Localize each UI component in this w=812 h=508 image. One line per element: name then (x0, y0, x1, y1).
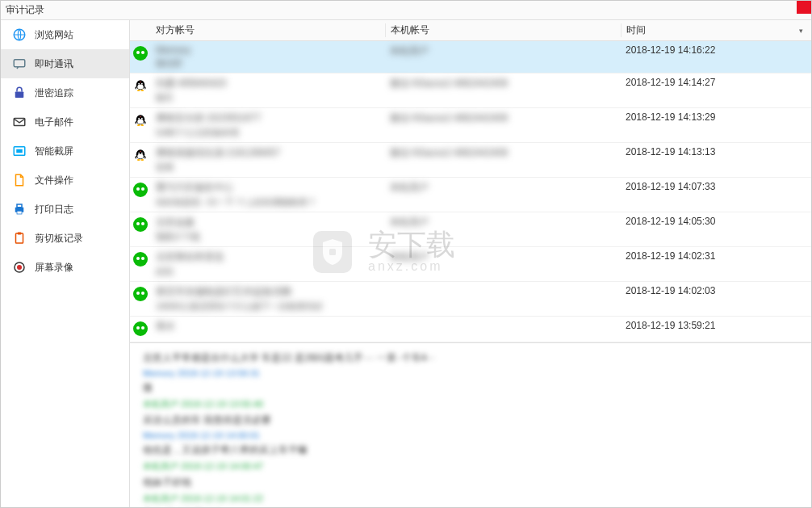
sidebar-item-screenshot[interactable]: 智能截屏 (1, 136, 129, 166)
peer-account: 摩根便捷优生源·2181288457官网 (151, 146, 385, 174)
peer-account: 刘露·495840420聊天 (151, 77, 385, 104)
sidebar-item-label: 剪切板记录 (35, 232, 83, 246)
row-time: 2018-12-19 14:02:03 (621, 285, 811, 296)
svg-point-31 (137, 159, 140, 161)
peer-account: 北世金鑫预图片下载 (151, 216, 385, 243)
svg-rect-9 (16, 233, 23, 243)
svg-point-23 (141, 118, 143, 120)
local-account: 本机用户 (385, 181, 621, 195)
peer-account: 重汽汽车服务中心你好就是想···问一下 个上好的测能检查？ (151, 181, 385, 208)
sidebar-item-label: 屏幕录像 (35, 261, 73, 275)
local-account: 本机用户 (385, 250, 621, 264)
svg-point-30 (141, 153, 143, 154)
sort-descending-icon: ▾ (799, 27, 803, 35)
column-time[interactable]: 时间 ▾ (621, 23, 811, 37)
svg-point-22 (138, 118, 140, 120)
table-row[interactable]: 摩根便捷优生源·2181288457官网微信·NSacos2·466244240… (130, 143, 811, 178)
record-icon (12, 260, 27, 275)
svg-point-32 (140, 159, 144, 161)
window-title: 审计记录 (6, 3, 44, 17)
clipboard-icon (12, 231, 27, 246)
table-row[interactable]: 乘木2018-12-19 13:59:21 (130, 317, 811, 342)
wechat-icon (133, 321, 148, 336)
printer-icon (12, 202, 27, 216)
svg-point-25 (140, 124, 144, 126)
table-row[interactable]: 重汽汽车服务中心你好就是想···问一下 个上好的测能检查？本机用户2018-12… (130, 178, 811, 212)
lock-icon (12, 86, 27, 100)
table-row[interactable]: 北世整幼单变选好的本机用户2018-12-19 14:02:31 (130, 247, 811, 282)
column-peer[interactable]: 对方帐号 (151, 23, 385, 37)
column-local[interactable]: 本机帐号 (385, 23, 621, 37)
peer-account: 黄宏市东编电器灯艺并监验消爽18000公里适宜给个什么做下一次检查尚好 (151, 285, 385, 313)
wechat-icon (133, 217, 148, 232)
local-account: 微信·NSacos2·4662442408 (385, 146, 621, 160)
table-row[interactable]: 摩根安全群·20235519775/8时个公云防御本明微信·NSacos2·46… (130, 108, 811, 143)
file-icon (12, 173, 27, 187)
sidebar-item-chat[interactable]: 即时通讯 (1, 49, 129, 78)
local-account: 微信·NSacos2·4662442408 (385, 111, 621, 125)
svg-rect-7 (17, 204, 22, 208)
row-time: 2018-12-19 14:14:27 (621, 77, 811, 88)
chat-message: 微 (143, 381, 798, 395)
wechat-icon (133, 46, 148, 61)
table-row[interactable]: Memory微信群本机用户2018-12-19 14:16:22 (130, 41, 811, 73)
peer-account: Memory微信群 (151, 44, 385, 69)
sidebar-item-printer[interactable]: 打印日志 (1, 195, 129, 224)
svg-point-16 (141, 83, 143, 85)
svg-point-17 (137, 90, 140, 91)
svg-point-15 (138, 83, 140, 85)
sidebar-item-lock[interactable]: 泄密追踪 (1, 78, 129, 107)
sidebar-item-globe[interactable]: 浏览网站 (1, 20, 129, 49)
sidebar: 浏览网站即时通讯泄密追踪电子邮件智能截屏文件操作打印日志剪切板记录屏幕录像 (1, 20, 130, 507)
sidebar-item-label: 即时通讯 (35, 57, 73, 71)
row-time: 2018-12-19 14:07:33 (621, 181, 811, 192)
sidebar-item-label: 文件操作 (35, 174, 73, 187)
svg-point-29 (138, 153, 140, 154)
chat-meta: Memory 2018-12-19 13:59:31 (143, 368, 798, 378)
globe-icon (12, 27, 27, 42)
chat-meta: 本机用户 2018-12-19 14:01:22 (143, 493, 798, 505)
svg-point-12 (17, 265, 22, 270)
sidebar-item-label: 打印日志 (35, 203, 73, 216)
close-button[interactable] (797, 1, 811, 14)
table-row[interactable]: 黄宏市东编电器灯艺并监验消爽18000公里适宜给个什么做下一次检查尚好2018-… (130, 282, 811, 317)
sidebar-item-label: 电子邮件 (35, 115, 73, 129)
screenshot-icon (12, 144, 27, 158)
row-time: 2018-12-19 13:59:21 (621, 320, 811, 331)
chat-message: 他也是，又说孩子带八带的买上车干嘛 (143, 443, 798, 457)
peer-account: 乘木 (151, 320, 385, 334)
table-row[interactable]: 刘露·495840420聊天微信·NSacos2·46624424082018-… (130, 73, 811, 108)
table-header: 对方帐号 本机帐号 时间 ▾ (130, 20, 811, 41)
row-time: 2018-12-19 14:13:29 (621, 111, 811, 123)
svg-rect-8 (17, 211, 22, 214)
sidebar-item-label: 浏览网站 (35, 28, 73, 42)
sidebar-item-record[interactable]: 屏幕录像 (1, 253, 129, 282)
table-row[interactable]: 北世金鑫预图片下载本机用户2018-12-19 14:05:30 (130, 212, 811, 247)
qq-icon (133, 113, 148, 128)
chat-icon (12, 57, 27, 71)
row-time: 2018-12-19 14:02:31 (621, 250, 811, 262)
sidebar-item-file[interactable]: 文件操作 (1, 166, 129, 195)
svg-rect-10 (18, 233, 22, 235)
qq-icon (133, 78, 148, 93)
chat-meta: 本机用户 2018-12-19 14:00:47 (143, 460, 798, 472)
sidebar-item-clipboard[interactable]: 剪切板记录 (1, 224, 129, 253)
table-body: Memory微信群本机用户2018-12-19 14:16:22刘露·49584… (130, 41, 811, 342)
chat-detail-panel: 北世人平常都是在什么大学 车是22 是26问题考几乎···· 一算··个车4··… (130, 342, 811, 507)
svg-point-18 (140, 90, 144, 91)
svg-rect-1 (14, 60, 25, 67)
peer-account: 摩根安全群·20235519775/8时个公云防御本明 (151, 111, 385, 139)
svg-point-21 (137, 120, 144, 124)
sidebar-item-mail[interactable]: 电子邮件 (1, 107, 129, 136)
svg-point-24 (137, 124, 140, 126)
row-time: 2018-12-19 14:16:22 (621, 44, 811, 56)
svg-point-19 (140, 82, 140, 83)
chat-meta: Memory 2018-12-19 14:00:01 (143, 430, 798, 440)
svg-point-28 (137, 154, 144, 159)
svg-point-26 (140, 116, 140, 118)
sidebar-item-label: 智能截屏 (35, 145, 73, 158)
titlebar: 审计记录 (1, 1, 811, 20)
svg-rect-2 (15, 92, 24, 99)
svg-point-14 (137, 85, 144, 90)
row-time: 2018-12-19 14:13:13 (621, 146, 811, 157)
